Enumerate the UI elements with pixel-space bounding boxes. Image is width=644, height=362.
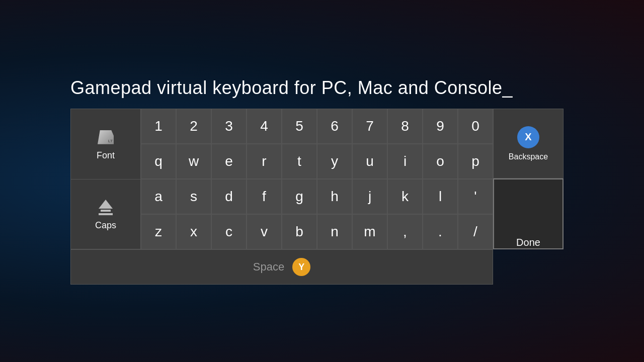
keyboard-left: LT Font Caps <box>70 109 493 249</box>
key-u[interactable]: u <box>352 144 387 179</box>
y-label: Y <box>298 262 304 273</box>
key-slash[interactable]: / <box>458 214 493 249</box>
font-label: Font <box>97 150 115 161</box>
key-s[interactable]: s <box>176 179 211 214</box>
caps-button[interactable]: Caps <box>71 179 140 249</box>
x-label: X <box>525 131 531 143</box>
key-t[interactable]: t <box>282 144 317 179</box>
key-w[interactable]: w <box>176 144 211 179</box>
key-v[interactable]: v <box>247 214 282 249</box>
backspace-button[interactable]: X Backspace <box>493 109 564 178</box>
key-6[interactable]: 6 <box>317 109 352 144</box>
y-button-icon: Y <box>292 258 310 276</box>
menu-icon <box>519 179 537 233</box>
side-panel: LT Font Caps <box>70 109 141 249</box>
page-title: Gamepad virtual keyboard for PC, Mac and… <box>70 77 513 99</box>
key-row-zxcv: z x c v b n m , . / <box>141 214 493 249</box>
key-1[interactable]: 1 <box>141 109 176 144</box>
key-m[interactable]: m <box>352 214 387 249</box>
key-k[interactable]: k <box>387 179 423 214</box>
key-p[interactable]: p <box>458 144 493 179</box>
x-button-icon: X <box>517 126 539 148</box>
keyboard-wrapper: LT Font Caps <box>70 109 564 285</box>
key-o[interactable]: o <box>423 144 458 179</box>
keyboard-main: LT Font Caps <box>70 109 564 249</box>
caps-label: Caps <box>95 220 116 231</box>
key-x[interactable]: x <box>176 214 211 249</box>
key-7[interactable]: 7 <box>352 109 387 144</box>
key-b[interactable]: b <box>282 214 317 249</box>
key-8[interactable]: 8 <box>387 109 423 144</box>
key-0[interactable]: 0 <box>458 109 493 144</box>
space-label: Space <box>253 260 284 274</box>
done-label: Done <box>516 237 540 248</box>
key-d[interactable]: d <box>211 179 247 214</box>
key-c[interactable]: c <box>211 214 247 249</box>
key-q[interactable]: q <box>141 144 176 179</box>
backspace-label: Backspace <box>509 152 548 161</box>
key-row-qwerty: q w e r t y u i o p <box>141 144 493 179</box>
key-h[interactable]: h <box>317 179 352 214</box>
key-3[interactable]: 3 <box>211 109 247 144</box>
key-5[interactable]: 5 <box>282 109 317 144</box>
key-f[interactable]: f <box>247 179 282 214</box>
key-4[interactable]: 4 <box>247 109 282 144</box>
key-2[interactable]: 2 <box>176 109 211 144</box>
key-g[interactable]: g <box>282 179 317 214</box>
caps-icon <box>96 197 116 217</box>
font-button[interactable]: LT Font <box>71 109 140 179</box>
key-period[interactable]: . <box>423 214 458 249</box>
key-rows: 1 2 3 4 5 6 7 8 9 0 q w e r t y <box>141 109 493 249</box>
key-row-numbers: 1 2 3 4 5 6 7 8 9 0 <box>141 109 493 144</box>
key-row-asdf: a s d f g h j k l ' <box>141 179 493 214</box>
key-n[interactable]: n <box>317 214 352 249</box>
key-comma[interactable]: , <box>387 214 423 249</box>
space-button[interactable]: Space Y <box>70 249 493 285</box>
done-button[interactable]: Done <box>493 178 564 249</box>
lt-icon: LT <box>96 127 116 147</box>
key-i[interactable]: i <box>387 144 423 179</box>
key-9[interactable]: 9 <box>423 109 458 144</box>
key-e[interactable]: e <box>211 144 247 179</box>
key-l[interactable]: l <box>423 179 458 214</box>
lt-label: LT <box>108 139 113 143</box>
key-apostrophe[interactable]: ' <box>458 179 493 214</box>
key-a[interactable]: a <box>141 179 176 214</box>
key-j[interactable]: j <box>352 179 387 214</box>
key-r[interactable]: r <box>247 144 282 179</box>
key-y[interactable]: y <box>317 144 352 179</box>
right-panel: X Backspace Done <box>493 109 564 249</box>
key-z[interactable]: z <box>141 214 176 249</box>
